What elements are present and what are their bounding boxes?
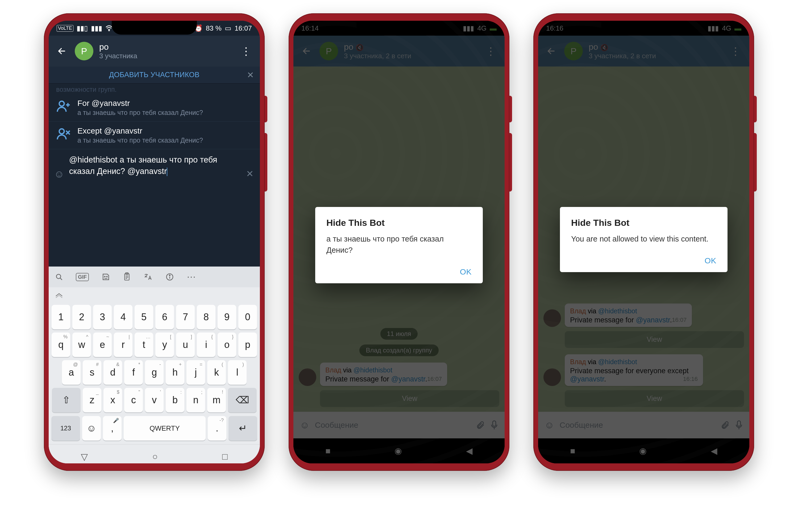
key-l[interactable]: )l: [228, 360, 247, 385]
svg-point-5: [59, 129, 64, 134]
key-h[interactable]: +h: [166, 360, 184, 385]
key-d[interactable]: &d: [103, 360, 122, 385]
inline-suggestion-except[interactable]: Except @yanavstr а ты знаешь что про теб…: [49, 121, 260, 149]
android-navbar: ▽ ○ □: [49, 444, 260, 463]
keyboard-collapse[interactable]: [49, 287, 260, 303]
header-titles[interactable]: po 3 участника: [99, 42, 137, 60]
key-c[interactable]: "c: [124, 388, 143, 412]
chat-header: P po 3 участника ⋮: [49, 36, 260, 66]
key-n[interactable]: ;n: [187, 388, 205, 412]
screen-2: 16:14 ▮▮▮ 4G ▬ P po 🔇 3 участника, 2 в с…: [293, 21, 505, 463]
svg-point-10: [104, 276, 105, 277]
key-m[interactable]: !m: [207, 388, 226, 412]
info-icon[interactable]: [166, 273, 174, 281]
volte-icon: VoLTE: [57, 25, 73, 32]
dialog-ok-button[interactable]: OK: [571, 256, 716, 265]
signal-icon-2: ▮▮▮: [91, 24, 102, 33]
key-s[interactable]: #s: [83, 360, 101, 385]
text-cursor: [167, 168, 167, 176]
add-members-banner[interactable]: ДОБАВИТЬ УЧАСТНИКОВ ✕: [49, 66, 260, 83]
notch: [112, 21, 197, 35]
key-5[interactable]: 5: [135, 305, 153, 329]
suggestion-title: Except @yanavstr: [77, 126, 203, 135]
avatar-letter: P: [81, 46, 87, 56]
chat-title: po: [99, 42, 137, 52]
key-4[interactable]: 4: [114, 305, 132, 329]
message-input[interactable]: @hidethisbot а ты знаешь что про тебя ск…: [69, 154, 241, 177]
key-1[interactable]: 1: [52, 305, 70, 329]
key-u[interactable]: ]u: [176, 332, 195, 357]
status-time: 16:07: [234, 24, 252, 33]
key-w[interactable]: ^w: [72, 332, 91, 357]
key-f[interactable]: *f: [124, 360, 143, 385]
key-v[interactable]: 'v: [145, 388, 164, 412]
key-enter[interactable]: ↵: [228, 416, 257, 440]
key-comma[interactable]: 🎤,: [103, 416, 121, 440]
svg-line-9: [60, 278, 62, 280]
more-icon[interactable]: ⋯: [187, 271, 196, 282]
key-a[interactable]: @a: [62, 360, 81, 385]
key-6[interactable]: 6: [155, 305, 174, 329]
emoji-icon[interactable]: ☺: [54, 168, 64, 180]
key-0[interactable]: 0: [238, 305, 257, 329]
chat-avatar[interactable]: P: [75, 42, 93, 60]
key-y[interactable]: [y: [155, 332, 174, 357]
menu-dots-icon[interactable]: ⋮: [238, 42, 254, 60]
key-3[interactable]: 3: [93, 305, 112, 329]
svg-point-11: [107, 276, 108, 277]
key-p[interactable]: p: [238, 332, 257, 357]
dialog-body: You are not allowed to view this content…: [571, 233, 716, 244]
key-k[interactable]: (k: [207, 360, 226, 385]
key-backspace[interactable]: ⌫: [228, 388, 257, 412]
battery-percent: 83 %: [206, 24, 222, 33]
user-x-icon: [56, 126, 71, 141]
dialog-body: а ты знаешь что про тебя сказал Денис?: [326, 233, 472, 255]
clipboard-icon[interactable]: [123, 272, 131, 281]
dialog-ok-button[interactable]: OK: [326, 267, 472, 277]
key-123[interactable]: 123: [51, 416, 80, 440]
key-e[interactable]: ~e: [93, 332, 112, 357]
key-emoji[interactable]: ☺: [82, 416, 101, 440]
screen-1: VoLTE ▮▮▯ ▮▮▮ ⏰ 83 % ▭ 16:07 P po 3: [49, 21, 260, 463]
key-z[interactable]: _z: [83, 388, 101, 412]
key-9[interactable]: 9: [217, 305, 236, 329]
sticker-icon[interactable]: [101, 273, 110, 281]
keyboard: GIF ⋯ 1234567890%q^w~e|r…t[y]u{i}op@a#s&: [49, 267, 260, 463]
key-i[interactable]: {i: [197, 332, 215, 357]
svg-point-2: [59, 101, 64, 106]
key-r[interactable]: |r: [114, 332, 132, 357]
gif-icon[interactable]: GIF: [76, 273, 89, 281]
key-t[interactable]: …t: [135, 332, 153, 357]
phone-2: 16:14 ▮▮▮ 4G ▬ P po 🔇 3 участника, 2 в с…: [289, 13, 509, 471]
key-o[interactable]: }o: [217, 332, 236, 357]
suggestion-sub: а ты знаешь что про тебя сказал Денис?: [77, 136, 203, 144]
key-period[interactable]: -?.: [208, 416, 226, 440]
key-7[interactable]: 7: [176, 305, 195, 329]
close-icon[interactable]: ✕: [247, 70, 254, 80]
key-g[interactable]: -g: [145, 360, 164, 385]
search-icon[interactable]: [55, 273, 63, 281]
phone-3: 16:16 ▮▮▮ 4G ▬ P po 🔇 3 участника, 2 в с…: [533, 13, 754, 471]
inline-suggestion-for[interactable]: For @yanavstr а ты знаешь что про тебя с…: [49, 94, 260, 121]
key-x[interactable]: $x: [103, 388, 122, 412]
key-b[interactable]: :b: [166, 388, 184, 412]
nav-recent-icon[interactable]: □: [222, 451, 228, 462]
notch: [601, 21, 686, 35]
alert-dialog: Hide This Bot а ты знаешь что про тебя с…: [315, 207, 483, 283]
battery-icon: ▭: [225, 24, 231, 33]
nav-back-icon[interactable]: ▽: [81, 451, 88, 462]
message-input-row: ☺ @hidethisbot а ты знаешь что про тебя …: [49, 149, 260, 185]
key-8[interactable]: 8: [197, 305, 215, 329]
dialog-title: Hide This Bot: [326, 217, 472, 228]
translate-icon[interactable]: [144, 273, 153, 281]
user-plus-icon: [56, 99, 71, 114]
key-shift[interactable]: ⇧: [52, 388, 81, 412]
key-j[interactable]: =j: [187, 360, 205, 385]
key-space[interactable]: QWERTY: [124, 416, 206, 440]
clear-icon[interactable]: ✕: [246, 168, 253, 179]
svg-point-8: [56, 274, 61, 279]
key-q[interactable]: %q: [52, 332, 70, 357]
back-arrow-icon[interactable]: [55, 44, 69, 58]
nav-home-icon[interactable]: ○: [152, 451, 158, 462]
key-2[interactable]: 2: [72, 305, 91, 329]
